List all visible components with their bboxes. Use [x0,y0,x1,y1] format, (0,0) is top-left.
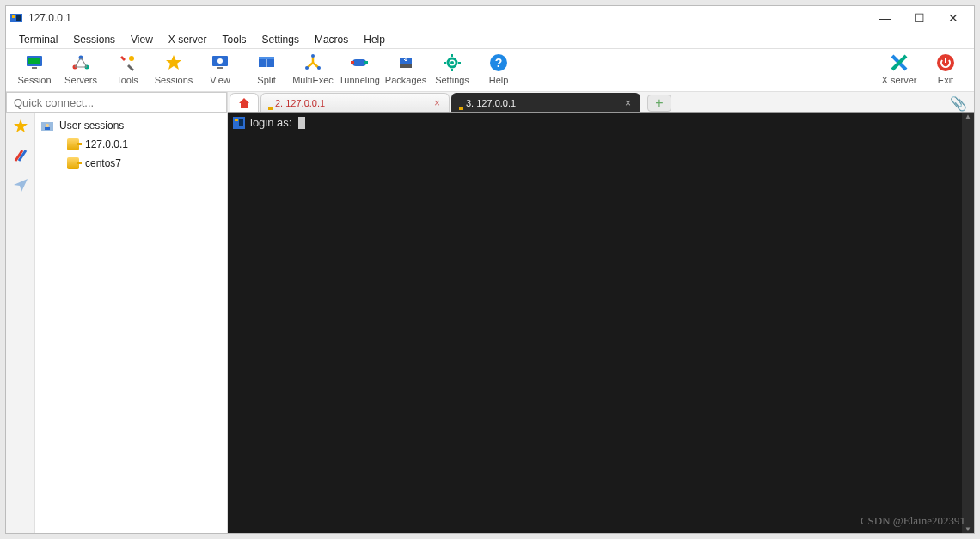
svg-rect-4 [28,58,40,64]
tab-close-icon[interactable]: × [434,97,440,109]
svg-rect-39 [235,119,238,121]
tree-root-user-sessions[interactable]: User sessions [37,116,225,135]
tab-label: 3. 127.0.0.1 [466,98,516,108]
main-panel: 2. 127.0.0.1 × 3. 127.0.0.1 × + 📎 login … [228,92,974,533]
sidetab-macros[interactable] [10,145,31,166]
svg-point-9 [129,56,134,61]
menu-xserver[interactable]: X server [161,32,215,47]
toolbar-multiexec[interactable]: MultiExec [290,51,336,85]
key-icon [66,156,80,170]
minimize-button[interactable]: — [867,6,902,30]
tab-session-3[interactable]: 3. 127.0.0.1 × [451,93,640,112]
watermark: CSDN @Elaine202391 [861,514,965,528]
toolbar-servers[interactable]: Servers [58,51,104,85]
view-icon [210,52,230,73]
split-icon [256,52,277,73]
svg-point-36 [46,124,49,127]
monitor-icon [24,52,45,73]
toolbar-split[interactable]: Split [243,51,290,85]
svg-rect-13 [217,67,223,69]
tree-item-centos7[interactable]: centos7 [37,154,225,173]
menubar: Terminal Sessions View X server Tools Se… [6,30,974,49]
plus-icon: + [655,95,663,111]
tab-home[interactable] [230,93,259,112]
help-icon: ? [488,52,509,73]
key-icon [66,138,80,151]
sidetab-favorites[interactable] [10,116,31,137]
menu-settings[interactable]: Settings [254,32,307,47]
app-icon [9,11,23,25]
menu-sessions[interactable]: Sessions [65,32,123,47]
tunnel-icon [349,52,370,73]
svg-rect-24 [400,64,412,68]
tab-label: 2. 127.0.0.1 [275,98,325,108]
menu-terminal[interactable]: Terminal [11,32,65,47]
home-icon [237,96,251,110]
multiexec-icon [303,52,323,73]
tree-item-127001[interactable]: 127.0.0.1 [37,135,225,154]
toolbar-view[interactable]: View [197,51,243,85]
sidebar-tabs [6,113,35,533]
svg-point-26 [450,61,454,64]
menu-view[interactable]: View [123,32,161,47]
power-icon [935,52,956,73]
svg-point-12 [217,58,223,64]
toolbar-sessions[interactable]: Sessions [150,51,197,85]
maximize-button[interactable]: ☐ [902,6,936,30]
svg-rect-20 [352,59,366,66]
tree-item-label: 127.0.0.1 [85,138,128,150]
svg-rect-22 [364,61,368,64]
sidebar: User sessions 127.0.0.1 centos7 [6,92,228,533]
toolbar-tools[interactable]: Tools [104,51,150,85]
terminal-icon [233,117,245,129]
packages-icon [395,52,416,73]
tab-session-2[interactable]: 2. 127.0.0.1 × [260,93,450,112]
network-icon [70,52,91,73]
paperclip-icon[interactable]: 📎 [950,95,967,112]
tabbar: 2. 127.0.0.1 × 3. 127.0.0.1 × + 📎 [228,92,974,113]
session-tree: User sessions 127.0.0.1 centos7 [35,113,227,533]
svg-rect-5 [32,67,37,69]
svg-marker-34 [14,119,28,132]
toolbar: Session Servers Tools Sessions View Spli… [6,49,974,92]
svg-point-17 [311,54,315,58]
xserver-icon [889,52,910,73]
menu-help[interactable]: Help [356,32,393,47]
svg-rect-2 [16,15,21,21]
tree-item-label: centos7 [85,157,121,169]
work-area: User sessions 127.0.0.1 centos7 [6,92,974,533]
titlebar: 127.0.0.1 — ☐ ✕ [6,6,974,30]
terminal-scrollbar[interactable] [962,113,974,533]
star-icon [163,52,184,73]
svg-rect-15 [259,57,274,59]
svg-point-18 [305,66,309,70]
toolbar-tunneling[interactable]: Tunneling [336,51,383,85]
terminal-prompt: login as: [250,116,291,129]
menu-tools[interactable]: Tools [215,32,254,47]
terminal-cursor [298,117,305,129]
svg-rect-1 [12,15,15,18]
svg-rect-21 [351,61,354,64]
terminal[interactable]: login as: CSDN @Elaine202391 [228,113,974,533]
svg-rect-40 [239,119,243,126]
quick-connect-input[interactable] [6,92,227,113]
tab-new-button[interactable]: + [647,95,671,112]
toolbar-xserver[interactable]: X server [876,51,922,85]
close-button[interactable]: ✕ [936,6,971,30]
tree-root-label: User sessions [59,119,124,132]
toolbar-session[interactable]: Session [11,51,58,85]
tools-icon [117,52,138,73]
menu-macros[interactable]: Macros [307,32,356,47]
svg-rect-37 [45,127,50,130]
folder-user-icon [40,119,54,132]
svg-marker-10 [166,55,181,70]
app-window: 127.0.0.1 — ☐ ✕ Terminal Sessions View X… [5,5,975,534]
svg-point-19 [317,66,321,70]
toolbar-exit[interactable]: Exit [922,51,969,85]
toolbar-help[interactable]: ? Help [475,51,522,85]
sidetab-sftp[interactable] [10,175,31,195]
toolbar-packages[interactable]: Packages [383,51,429,85]
tab-close-icon[interactable]: × [625,97,631,109]
toolbar-settings[interactable]: Settings [429,51,475,85]
window-title: 127.0.0.1 [28,12,71,24]
